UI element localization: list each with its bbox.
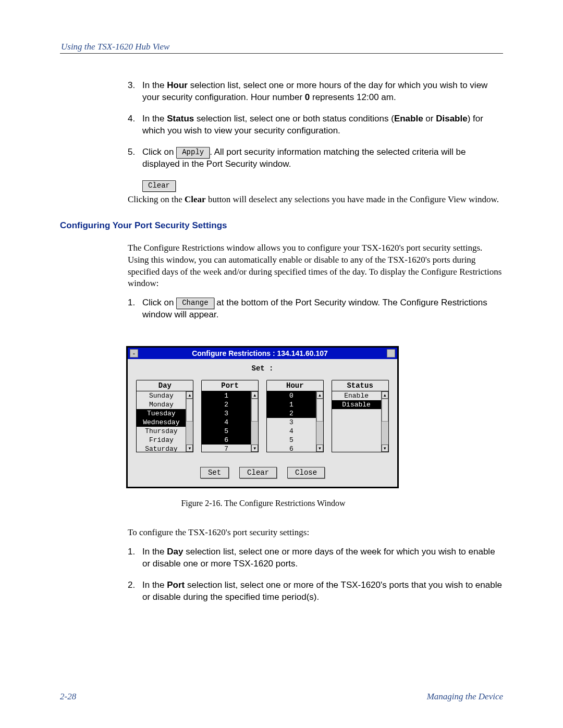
scroll-up-icon[interactable]: ▲ xyxy=(186,391,193,399)
step-body: Click on Apply. All port security inform… xyxy=(142,146,503,170)
list-item[interactable]: Enable xyxy=(332,391,381,400)
day-header: Day xyxy=(136,380,193,391)
footer-section: Managing the Device xyxy=(427,692,503,702)
step-3: 3. In the Hour selection list, select on… xyxy=(128,80,503,104)
list-item[interactable]: 2 xyxy=(202,400,251,409)
post-figure-intro: To configure the TSX-1620's port securit… xyxy=(128,527,503,539)
port-header: Port xyxy=(201,380,259,391)
text: In the xyxy=(142,547,167,557)
set-button[interactable]: Set xyxy=(200,467,229,478)
list-item[interactable]: 2 xyxy=(267,409,316,418)
scrollbar[interactable]: ▲▼ xyxy=(316,391,323,452)
step-body: In the Status selection list, select one… xyxy=(142,113,503,137)
step-number: 4. xyxy=(128,113,142,137)
text: button will deselect any selections you … xyxy=(206,194,499,204)
scroll-down-icon[interactable]: ▼ xyxy=(186,445,193,452)
list-item[interactable]: Tuesday xyxy=(137,409,186,418)
text: or xyxy=(423,114,436,124)
status-column: StatusEnableDisable▲▼ xyxy=(332,380,389,452)
list-item[interactable]: 6 xyxy=(267,445,316,452)
step-number: 1. xyxy=(128,297,142,321)
step-body: Click on Change at the bottom of the Por… xyxy=(142,297,503,321)
scroll-up-icon[interactable]: ▲ xyxy=(251,391,258,399)
bold: Port xyxy=(167,580,185,590)
text: Clicking on the xyxy=(128,194,185,204)
step-b1: 1. Click on Change at the bottom of the … xyxy=(128,297,503,321)
port-list[interactable]: 1234567 xyxy=(202,391,251,452)
clear-button-window[interactable]: Clear xyxy=(239,467,277,478)
window-titlebar: Configure Restrictions : 134.141.60.107 xyxy=(128,348,397,359)
list-item[interactable]: 4 xyxy=(267,427,316,436)
list-item[interactable]: 1 xyxy=(202,391,251,400)
list-item[interactable]: Wednesday xyxy=(137,418,186,427)
text: In the xyxy=(142,580,167,590)
list-item[interactable]: 0 xyxy=(267,391,316,400)
list-item[interactable]: 3 xyxy=(267,418,316,427)
list-item[interactable]: 7 xyxy=(202,445,251,452)
scroll-up-icon[interactable]: ▲ xyxy=(382,391,388,399)
intro-paragraph: The Configure Restrictions window allows… xyxy=(128,242,503,290)
bold: Disable xyxy=(436,114,467,124)
list-item[interactable]: 5 xyxy=(267,436,316,445)
bold: Day xyxy=(167,547,183,557)
list-item[interactable]: Friday xyxy=(137,436,186,445)
day-column: DaySundayMondayTuesdayWednesdayThursdayF… xyxy=(136,380,193,452)
list-item[interactable]: Disable xyxy=(332,400,381,409)
step-number: 1. xyxy=(128,546,142,570)
running-header: Using the TSX-1620 Hub View xyxy=(61,42,503,52)
step-c1: 1. In the Day selection list, select one… xyxy=(128,546,503,570)
scrollbar[interactable]: ▲▼ xyxy=(381,391,388,452)
maximize-icon[interactable] xyxy=(387,349,395,357)
bold: Hour xyxy=(167,80,188,90)
step-body: In the Day selection list, select one or… xyxy=(142,546,503,570)
list-item[interactable]: Saturday xyxy=(137,445,186,452)
scroll-down-icon[interactable]: ▼ xyxy=(382,445,388,452)
hour-list[interactable]: 0123456 xyxy=(267,391,316,452)
step-number: 3. xyxy=(128,80,142,104)
clear-button[interactable]: Clear xyxy=(142,180,176,192)
text: selection list, select one or more of th… xyxy=(142,580,502,602)
port-column: Port1234567▲▼ xyxy=(201,380,259,452)
day-list[interactable]: SundayMondayTuesdayWednesdayThursdayFrid… xyxy=(137,391,186,452)
list-item[interactable]: 1 xyxy=(267,400,316,409)
text: Click on xyxy=(142,298,176,307)
configure-restrictions-window: Configure Restrictions : 134.141.60.107 … xyxy=(126,346,399,488)
list-item[interactable]: 4 xyxy=(202,418,251,427)
step-number: 5. xyxy=(128,146,142,170)
change-button[interactable]: Change xyxy=(176,298,214,309)
window-title: Configure Restrictions : 134.141.60.107 xyxy=(133,349,387,357)
step-c2: 2. In the Port selection list, select on… xyxy=(128,579,503,603)
list-item[interactable]: Thursday xyxy=(137,427,186,436)
bold: Enable xyxy=(394,114,423,124)
bold: 0 xyxy=(305,92,310,102)
scroll-down-icon[interactable]: ▼ xyxy=(316,445,323,452)
status-list[interactable]: EnableDisable xyxy=(332,391,381,452)
list-item[interactable]: Sunday xyxy=(137,391,186,400)
apply-button[interactable]: Apply xyxy=(176,147,210,158)
step-4: 4. In the Status selection list, select … xyxy=(128,113,503,137)
clear-paragraph: Clicking on the Clear button will desele… xyxy=(128,194,503,206)
list-item[interactable]: Monday xyxy=(137,400,186,409)
list-item[interactable]: 3 xyxy=(202,409,251,418)
scrollbar[interactable]: ▲▼ xyxy=(251,391,258,452)
text: Click on xyxy=(142,147,176,157)
section-heading: Configuring Your Port Security Settings xyxy=(60,220,503,231)
close-button[interactable]: Close xyxy=(287,467,325,478)
hour-header: Hour xyxy=(266,380,324,391)
scroll-up-icon[interactable]: ▲ xyxy=(316,391,323,399)
scrollbar[interactable]: ▲▼ xyxy=(186,391,193,452)
bold: Clear xyxy=(185,194,206,204)
status-header: Status xyxy=(332,380,389,391)
text: selection list, select one or more days … xyxy=(142,547,495,569)
step-number: 2. xyxy=(128,579,142,603)
text: selection list, select one or both statu… xyxy=(194,114,394,124)
text: represents 12:00 am. xyxy=(310,92,396,102)
text: In the xyxy=(142,80,167,90)
list-item[interactable]: 6 xyxy=(202,436,251,445)
scroll-down-icon[interactable]: ▼ xyxy=(251,445,258,452)
bold: Status xyxy=(167,114,194,124)
text: In the xyxy=(142,114,167,124)
step-5: 5. Click on Apply. All port security inf… xyxy=(128,146,503,170)
list-item[interactable]: 5 xyxy=(202,427,251,436)
step-body: In the Port selection list, select one o… xyxy=(142,579,503,603)
